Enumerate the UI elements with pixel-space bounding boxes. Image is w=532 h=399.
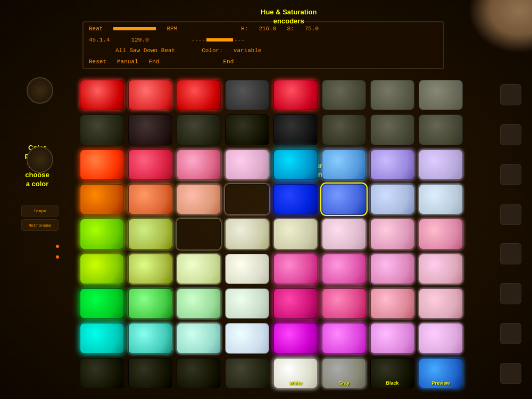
pad-r7c5[interactable] [273,288,318,319]
pad-r4c3[interactable] [177,184,221,214]
pad-r1c6[interactable] [322,80,366,110]
right-button-8[interactable] [500,363,521,384]
pad-r1c1[interactable] [80,80,124,110]
pad-r9c2[interactable] [128,358,172,388]
right-button-1[interactable] [500,84,521,105]
pad-r3c1[interactable] [80,149,124,180]
pad-r5c6[interactable] [322,219,366,249]
pad-r9c1[interactable] [80,358,124,388]
pad-r8c5[interactable] [273,323,318,353]
pad-r8c6[interactable] [322,323,366,353]
pad-r4c4[interactable] [225,184,269,214]
pad-r8c4[interactable] [225,323,269,353]
pad-r2c7[interactable] [370,114,414,145]
manual-label: Manual [117,59,138,65]
pad-r1c5[interactable] [273,80,318,110]
pad-r3c2[interactable] [128,149,172,180]
pad-r2c4[interactable] [225,114,269,145]
pad-r2c1[interactable] [80,114,124,145]
display-row-4: Reset Manual End End [89,59,438,65]
pad-r6c1[interactable] [80,254,124,284]
pad-r5c3[interactable] [177,219,221,249]
right-button-7[interactable] [500,323,521,344]
right-button-6[interactable] [500,283,521,304]
bpm-value: 120.0 [131,37,149,43]
pad-r1c7[interactable] [370,80,414,110]
metronome-button[interactable]: Metronome [21,219,59,231]
pad-r1c3[interactable] [177,80,221,110]
right-button-3[interactable] [500,164,521,185]
pad-r3c8[interactable] [419,149,463,180]
right-button-5[interactable] [500,243,521,264]
pad-r1c4[interactable] [225,80,269,110]
pad-r4c6-current[interactable] [322,184,366,214]
pad-r5c5[interactable] [273,219,318,249]
pad-r6c3[interactable] [177,254,221,284]
pad-r7c2[interactable] [128,288,172,319]
end-label-1: End [149,59,160,65]
pad-r4c7[interactable] [370,184,414,214]
pad-r6c2[interactable] [128,254,172,284]
hand-overlay [468,0,532,53]
color-value: variable [234,47,262,54]
display-row-1: Beat BPM H: 216.0 S: 75.0 [89,26,438,32]
pad-r4c5[interactable] [273,184,318,214]
pad-r1c8[interactable] [419,80,463,110]
pad-r6c5[interactable] [273,254,318,284]
pad-r2c8[interactable] [419,114,463,145]
pad-grid-container: White Gray Black Preview [77,77,466,391]
pad-r4c8[interactable] [419,184,463,214]
pad-grid: White Gray Black Preview [77,77,466,391]
pad-r2c5[interactable] [273,114,318,145]
pad-r5c2[interactable] [128,219,172,249]
left-knob-bottom[interactable] [27,146,53,173]
pad-r7c3[interactable] [177,288,221,319]
pad-r3c5[interactable] [273,149,318,180]
pad-r3c3[interactable] [177,149,221,180]
beat-bar [113,27,156,30]
pad-r7c7[interactable] [370,288,414,319]
end-label-2: End [223,59,234,65]
right-button-2[interactable] [500,124,521,145]
pad-r7c8[interactable] [419,288,463,319]
pad-r8c2[interactable] [128,323,172,353]
pad-r3c7[interactable] [370,149,414,180]
tempo-button[interactable]: Tempo [21,205,59,217]
pad-r7c4[interactable] [225,288,269,319]
right-button-4[interactable] [500,204,521,225]
pad-r4c2[interactable] [128,184,172,214]
pad-r2c2[interactable] [128,114,172,145]
pad-r6c4[interactable] [225,254,269,284]
pad-r2c6[interactable] [322,114,366,145]
pad-gray-button[interactable]: Gray [322,358,366,388]
pad-r6c8[interactable] [419,254,463,284]
beat-label: Beat [89,26,103,32]
pad-r2c3[interactable] [177,114,221,145]
pad-white-button[interactable]: White [273,358,318,388]
pad-r6c6[interactable] [322,254,366,284]
left-button-group: Tempo Metronome [11,205,69,231]
pad-r8c3[interactable] [177,323,221,353]
pad-r8c7[interactable] [370,323,414,353]
left-knob-top[interactable] [27,77,53,104]
pad-r7c6[interactable] [322,288,366,319]
pad-preview-button[interactable]: Preview [419,358,463,388]
gray-button-label: Gray [322,380,365,386]
pad-r8c1[interactable] [80,323,124,353]
pad-r5c8[interactable] [419,219,463,249]
pad-r4c1[interactable] [80,184,124,214]
pad-r5c1[interactable] [80,219,124,249]
pad-r9c4[interactable] [225,358,269,388]
bpm-label: BPM [167,26,177,32]
pad-r9c3[interactable] [177,358,221,388]
pad-r7c1[interactable] [80,288,124,319]
pad-r3c4[interactable] [225,149,269,180]
sat-label: S: [287,26,294,32]
pad-r5c7[interactable] [370,219,414,249]
pad-r1c2[interactable] [128,80,172,110]
pad-r5c4[interactable] [225,219,269,249]
pad-r6c7[interactable] [370,254,414,284]
pad-r3c6[interactable] [322,149,366,180]
pad-r8c8[interactable] [419,323,463,353]
pad-black-button[interactable]: Black [370,358,414,388]
